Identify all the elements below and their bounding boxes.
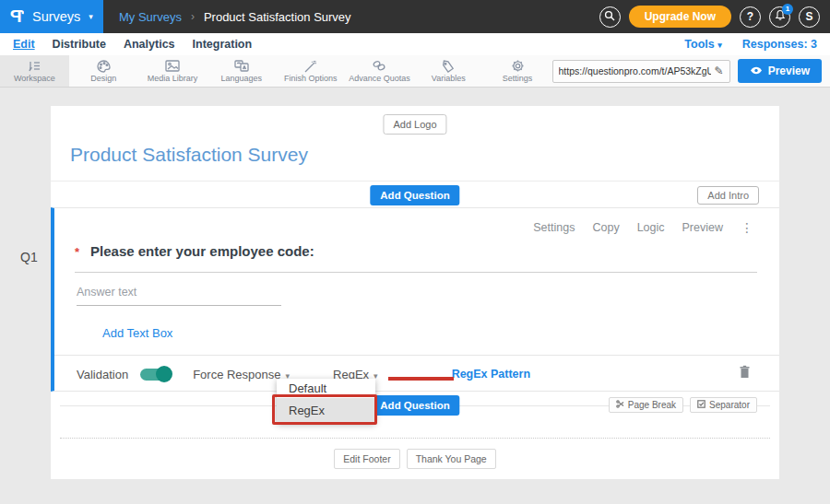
toolbar-item-variables[interactable]: Variables <box>414 55 483 87</box>
upgrade-now-button[interactable]: Upgrade Now <box>629 6 731 28</box>
tools-dropdown[interactable]: Tools ▾ <box>684 38 721 51</box>
checkbox-icon <box>697 400 706 410</box>
account-avatar[interactable]: S <box>799 6 820 28</box>
question-block: Settings Copy Logic Preview ⋮ *Please en… <box>51 207 779 392</box>
image-icon <box>165 59 180 73</box>
eye-icon <box>750 64 763 77</box>
survey-title[interactable]: Product Satisfaction Survey <box>70 144 308 166</box>
add-question-button-bottom[interactable]: Add Question <box>370 395 459 416</box>
tab-integration[interactable]: Integration <box>193 38 253 51</box>
survey-header-card: Add Logo Product Satisfaction Survey <box>51 106 779 181</box>
preview-label: Preview <box>768 64 810 77</box>
breadcrumb-separator-icon: › <box>191 10 195 23</box>
validation-label: Validation <box>77 368 128 381</box>
add-intro-button[interactable]: Add Intro <box>697 186 759 205</box>
breadcrumb-current-survey: Product Satisfaction Survey <box>204 10 351 24</box>
survey-url-input[interactable] <box>559 65 711 76</box>
regex-pattern-link[interactable]: RegEx Pattern <box>452 368 530 381</box>
tag-icon <box>442 59 455 73</box>
survey-url-field-wrap: ✎ <box>552 60 730 83</box>
toolbar-item-media-library[interactable]: Media Library <box>138 55 208 87</box>
magic-wand-icon <box>303 59 317 73</box>
notification-count-badge: 1 <box>782 4 793 15</box>
top-header: Ƥ Surveys ▾ My Surveys › Product Satisfa… <box>0 0 830 33</box>
page-break-label: Page Break <box>628 400 676 410</box>
page-break-group: Page Break Separator <box>609 397 757 413</box>
tab-distribute[interactable]: Distribute <box>53 38 106 51</box>
workspace-icon <box>27 59 42 73</box>
dropdown-option-default[interactable]: Default <box>277 379 375 398</box>
edit-url-pencil-icon[interactable]: ✎ <box>715 64 724 77</box>
tab-analytics[interactable]: Analytics <box>124 38 175 51</box>
breadcrumb: My Surveys › Product Satisfaction Survey <box>119 10 351 24</box>
add-question-button-top[interactable]: Add Question <box>370 185 459 205</box>
footer-dotted-divider <box>60 438 770 439</box>
toolbar-item-label: Advance Quotas <box>349 74 410 83</box>
footer-buttons: Edit Footer Thank You Page <box>51 449 779 469</box>
palette-icon <box>97 59 111 73</box>
responses-link[interactable]: Responses: 3 <box>742 38 817 51</box>
question-code: Q1 <box>20 250 38 264</box>
trash-icon <box>739 366 751 381</box>
question-settings-link[interactable]: Settings <box>533 221 575 234</box>
validation-toggle[interactable] <box>140 369 171 381</box>
force-response-dropdown[interactable]: Force Response▾ <box>193 368 290 381</box>
toolbar-item-finish-options[interactable]: Finish Options <box>276 55 345 87</box>
thank-you-page-button[interactable]: Thank You Page <box>407 449 496 469</box>
search-button[interactable] <box>599 6 621 28</box>
add-logo-button[interactable]: Add Logo <box>383 114 446 135</box>
toggle-thumb <box>156 366 172 382</box>
question-text[interactable]: Please enter your employee code: <box>90 243 314 259</box>
question-logic-link[interactable]: Logic <box>637 221 665 234</box>
question-text-row[interactable]: *Please enter your employee code: <box>75 243 314 259</box>
surveys-app-menu[interactable]: Ƥ Surveys ▾ <box>0 0 103 33</box>
chain-links-icon <box>372 59 386 73</box>
notifications-button[interactable]: 1 <box>769 6 790 28</box>
toolbar-item-label: Variables <box>432 74 466 83</box>
force-response-label: Force Response <box>193 368 280 381</box>
separator-label: Separator <box>709 400 750 410</box>
toolbar-item-workspace[interactable]: Workspace <box>0 55 69 87</box>
chevron-down-icon: ▾ <box>717 41 722 50</box>
edit-footer-button[interactable]: Edit Footer <box>334 449 399 469</box>
toolbar-item-label: Design <box>90 74 116 83</box>
dropdown-option-regex[interactable]: RegEx <box>277 398 375 423</box>
scissors-icon <box>616 400 624 410</box>
translate-icon <box>234 59 249 73</box>
nav-right: Tools ▾ Responses: 3 <box>684 38 817 51</box>
sub-nav: Edit Distribute Analytics Integration To… <box>0 33 830 55</box>
annotation-underline-regex-pattern <box>388 377 454 381</box>
toolbar-item-label: Workspace <box>14 74 55 83</box>
answer-placeholder[interactable]: Answer text <box>77 286 136 299</box>
question-preview-link[interactable]: Preview <box>682 221 723 234</box>
toolbar-item-settings[interactable]: Settings <box>483 55 552 87</box>
question-action-menu: Settings Copy Logic Preview ⋮ <box>533 220 753 235</box>
answer-input-underline <box>77 305 281 306</box>
validation-type-dropdown-menu: Default RegEx <box>277 379 375 423</box>
separator-button[interactable]: Separator <box>690 397 757 413</box>
toolbar-item-label: Finish Options <box>284 74 338 83</box>
question-mark-icon: ? <box>747 10 753 23</box>
avatar-initial: S <box>805 10 812 23</box>
page-break-button[interactable]: Page Break <box>609 397 683 413</box>
breadcrumb-my-surveys[interactable]: My Surveys <box>119 10 182 24</box>
toolbar-item-advance-quotas[interactable]: Advance Quotas <box>345 55 414 87</box>
toolbar-item-label: Media Library <box>148 74 198 83</box>
add-text-box-link[interactable]: Add Text Box <box>102 326 172 340</box>
tab-edit[interactable]: Edit <box>13 38 35 51</box>
kebab-menu-icon[interactable]: ⋮ <box>741 220 753 235</box>
search-icon <box>604 10 615 24</box>
help-button[interactable]: ? <box>740 6 761 28</box>
preview-button[interactable]: Preview <box>738 59 822 83</box>
required-asterisk-icon: * <box>75 245 79 259</box>
survey-bottom-card: Add Question Page Break Separator Edit F… <box>51 392 779 479</box>
workspace-toolbar: Workspace Design Media Library Languages… <box>0 55 830 88</box>
toolbar-item-label: Settings <box>503 74 533 83</box>
toolbar-item-label: Languages <box>221 74 263 83</box>
surveys-menu-label: Surveys <box>32 9 80 24</box>
question-underline <box>75 272 757 273</box>
toolbar-item-languages[interactable]: Languages <box>207 55 276 87</box>
toolbar-item-design[interactable]: Design <box>69 55 138 87</box>
delete-question-button[interactable] <box>739 365 751 382</box>
question-copy-link[interactable]: Copy <box>592 221 619 234</box>
